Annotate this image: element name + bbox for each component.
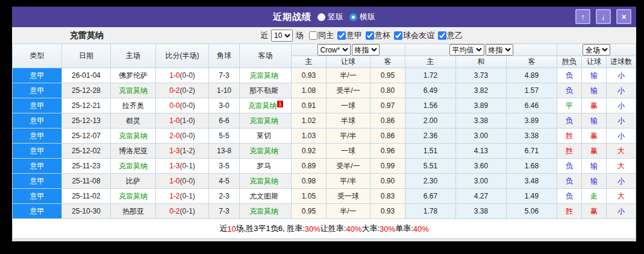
home-team-link[interactable]: 博洛尼亚 — [111, 144, 156, 159]
halftime-score: (0-0) — [180, 177, 195, 185]
radio-vertical-layout[interactable]: 竖版 — [317, 11, 343, 22]
move-up-button[interactable]: ↑ — [575, 9, 590, 24]
average-stage-select[interactable]: 终指 — [486, 44, 513, 56]
away-team-link[interactable]: 克雷莫纳 — [249, 147, 278, 155]
summary-segment: 大率: — [361, 223, 380, 234]
result-wdl: 负 — [557, 83, 582, 98]
away-team-link[interactable]: 尤文图斯 — [249, 192, 278, 200]
close-button[interactable]: × — [616, 9, 631, 24]
avg-home-value: 1.56 — [405, 98, 456, 113]
away-team-link[interactable]: 克雷莫纳 — [248, 101, 277, 110]
away-team-link[interactable]: 莱切 — [257, 132, 271, 140]
filter-checkbox-3[interactable]: 球会友谊 — [392, 30, 434, 41]
filter-checkbox-2[interactable]: 意杯 — [363, 30, 390, 41]
avg-home-value: 6.67 — [405, 189, 456, 204]
odds-away-value: 0.99 — [370, 159, 405, 174]
result-goals: 大 — [607, 144, 636, 159]
filter-checkbox-label: 球会友谊 — [403, 30, 434, 41]
matches-label: 场 — [296, 30, 304, 41]
match-date: 25-12-07 — [62, 129, 111, 144]
result-wdl: 胜 — [557, 129, 582, 144]
fulltime-score: 1-0 — [169, 177, 180, 185]
avg-away-value: 6.46 — [507, 98, 557, 113]
move-down-button[interactable]: ↓ — [596, 9, 611, 24]
odds-handicap-value: 半/一 — [327, 68, 370, 83]
home-team-link[interactable]: 克雷莫纳 — [111, 129, 156, 144]
avg-draw-value: 3.89 — [456, 98, 507, 113]
away-team-link[interactable]: 克雷莫纳 — [249, 71, 278, 80]
result-goals: 大 — [607, 159, 636, 174]
odds-away-value: 0.90 — [370, 174, 405, 189]
odds-stage-select[interactable]: 终指 — [352, 44, 380, 56]
odds-handicap-value: 受半/一 — [327, 159, 370, 174]
away-team-link[interactable]: 罗马 — [257, 162, 271, 170]
average-select[interactable]: 平均值 — [449, 44, 484, 56]
table-row: 意甲 25-11-23 克雷莫纳 1-3(0-1) 3-5 罗马 0.89 受半… — [13, 159, 636, 174]
average-group-header: 平均值终指 — [405, 44, 557, 56]
result-goals: 大 — [607, 189, 636, 204]
score-cell: 1-2(0-1) — [156, 189, 209, 204]
home-team-link[interactable]: 热那亚 — [111, 204, 156, 219]
away-team-link[interactable]: 那不勒斯 — [249, 86, 278, 95]
ranking-badge: 1 — [277, 101, 283, 107]
home-team-link[interactable]: 比萨 — [111, 174, 156, 189]
result-goals: 小 — [607, 129, 636, 144]
odds-away-value: 0.97 — [370, 98, 405, 113]
odds-group-header: Crow*终指 — [292, 44, 405, 56]
checkbox-icon[interactable] — [337, 31, 346, 40]
away-team-link[interactable]: 克雷莫纳 — [249, 177, 278, 185]
result-handicap: 输 — [582, 113, 607, 129]
halftime-score: (0-1) — [180, 162, 195, 170]
score-cell: 0-0(0-0) — [156, 98, 209, 113]
odds-handicap-value: 受半/一 — [327, 83, 370, 98]
full-match-select[interactable]: 全场 — [583, 44, 610, 56]
avg-home-value: 2.30 — [405, 174, 456, 189]
match-count-select[interactable]: 10 — [271, 30, 293, 42]
avg-away-value: 1.57 — [507, 83, 557, 98]
summary-segment: 40% — [346, 224, 361, 233]
checkbox-icon[interactable] — [366, 31, 374, 40]
home-team-link[interactable]: 都灵 — [111, 113, 156, 129]
score-cell: 1-3(1-2) — [156, 144, 209, 159]
result-goals: 小 — [607, 174, 636, 189]
league-badge: 意甲 — [13, 68, 62, 83]
bookmaker-select[interactable]: Crow* — [317, 44, 351, 56]
odds-handicap-value: 一球 — [327, 144, 370, 159]
filter-checkbox-4[interactable]: 意乙 — [436, 30, 463, 41]
checkbox-icon[interactable] — [438, 31, 446, 40]
home-team-link[interactable]: 拉齐奥 — [111, 98, 156, 113]
col-header-odds-home: 主 — [292, 56, 327, 68]
halftime-score: (0-2) — [180, 86, 195, 95]
radio-horizontal-layout[interactable]: 横版 — [349, 11, 375, 22]
up-arrow-icon: ↑ — [581, 13, 585, 21]
checkbox-icon[interactable] — [309, 31, 317, 40]
filter-checkbox-1[interactable]: 意甲 — [335, 30, 362, 41]
away-cell: 克雷莫纳 — [240, 174, 292, 189]
result-handicap: 赢 — [582, 204, 607, 219]
home-team-link[interactable]: 克雷莫纳 — [111, 83, 156, 98]
filter-checkbox-0[interactable]: 同主 — [307, 30, 334, 41]
corner-count: 1-10 — [209, 83, 240, 98]
checkbox-icon[interactable] — [394, 31, 402, 40]
radio-selected-icon — [349, 13, 357, 21]
fulltime-score: 1-3 — [169, 162, 180, 170]
result-wdl: 胜 — [557, 144, 582, 159]
home-team-link[interactable]: 克雷莫纳 — [111, 189, 156, 204]
corner-count: 3-0 — [209, 98, 240, 113]
odds-handicap-value: 平/半 — [327, 174, 370, 189]
halftime-score: (0-0) — [180, 71, 195, 80]
col-header-odds-handicap: 让球 — [327, 56, 370, 68]
summary-segment: 单率: — [395, 223, 413, 234]
result-wdl: 负 — [557, 68, 582, 83]
home-team-link[interactable]: 克雷莫纳 — [111, 159, 156, 174]
corner-count: 2-3 — [209, 189, 240, 204]
away-cell: 克雷莫纳 — [240, 144, 292, 159]
table-row: 意甲 25-11-08 比萨 1-0(0-0) 4-5 克雷莫纳 0.98 平/… — [13, 174, 636, 189]
score-cell: 1-0(0-0) — [156, 68, 209, 83]
score-cell: 1-0(1-0) — [156, 113, 209, 129]
home-team-link[interactable]: 佛罗伦萨 — [111, 68, 156, 83]
away-team-link[interactable]: 克雷莫纳 — [249, 207, 278, 215]
away-team-link[interactable]: 克雷莫纳 — [249, 116, 278, 125]
odds-home-value: 0.89 — [292, 159, 327, 174]
fulltime-score: 1-0 — [169, 116, 180, 125]
